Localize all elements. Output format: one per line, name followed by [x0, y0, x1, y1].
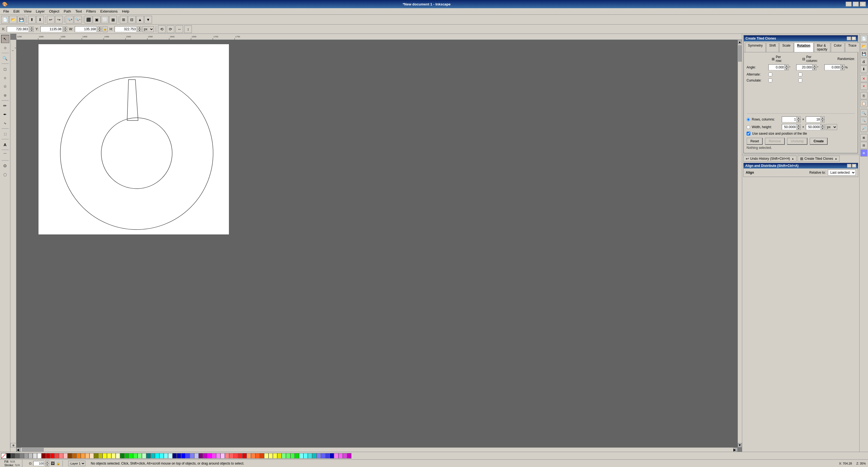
- scroll-down-btn[interactable]: ▼: [738, 443, 742, 447]
- tool-star[interactable]: ☆: [1, 82, 9, 91]
- palette-color[interactable]: [199, 453, 203, 459]
- scroll-left-btn[interactable]: ◀: [17, 448, 21, 452]
- palette-color[interactable]: [50, 453, 55, 459]
- palette-color[interactable]: [168, 453, 173, 459]
- transform-btn-4[interactable]: ↕: [184, 25, 192, 33]
- tab-blur-opacity[interactable]: Blur & opacity: [814, 42, 830, 52]
- close-button[interactable]: ✕: [860, 2, 866, 6]
- palette-color[interactable]: [220, 453, 225, 459]
- height-spin[interactable]: ▲ ▼: [821, 124, 825, 130]
- far-btn-a[interactable]: ⊞: [860, 134, 867, 141]
- far-redo-btn[interactable]: ✕: [860, 82, 867, 90]
- angle-random-up[interactable]: ▲: [841, 64, 844, 67]
- palette-color[interactable]: [347, 453, 351, 459]
- layer-selector[interactable]: -Layer 1: [68, 461, 85, 466]
- far-btn-b[interactable]: ⊟: [860, 142, 867, 149]
- unclump-button[interactable]: Unclump: [787, 138, 807, 145]
- angle-per-row-spin[interactable]: ▲ ▼: [785, 64, 788, 70]
- maximize-button[interactable]: □: [853, 2, 859, 6]
- palette-color[interactable]: [46, 453, 50, 459]
- palette-color[interactable]: [216, 453, 220, 459]
- far-zoom2-btn[interactable]: 🔎: [860, 125, 867, 132]
- tool-paint-bucket[interactable]: ⬚: [1, 130, 9, 138]
- ungroup-btn[interactable]: ⊟: [128, 16, 135, 24]
- y-up[interactable]: ▲: [63, 27, 67, 29]
- palette-color[interactable]: [15, 453, 20, 459]
- transform-btn-3[interactable]: ↔: [176, 25, 183, 33]
- tool-dropper[interactable]: ⊙: [1, 162, 9, 170]
- far-copy-btn[interactable]: ⎘: [860, 92, 867, 99]
- angle-per-row-dn[interactable]: ▼: [785, 67, 788, 70]
- no-color-swatch[interactable]: [1, 453, 6, 459]
- rows-up[interactable]: ▲: [797, 116, 801, 120]
- cols-up[interactable]: ▲: [821, 116, 825, 120]
- scroll-thumb-v[interactable]: [738, 45, 742, 62]
- align-center-btn[interactable]: ▣: [93, 16, 100, 24]
- width-height-radio[interactable]: [747, 125, 750, 129]
- reset-button[interactable]: Reset: [747, 138, 763, 145]
- palette-color[interactable]: [203, 453, 207, 459]
- palette-color[interactable]: [59, 453, 63, 459]
- rows-spin[interactable]: ▲ ▼: [797, 116, 801, 123]
- palette-color[interactable]: [111, 453, 116, 459]
- y-input[interactable]: [40, 26, 62, 32]
- palette-color[interactable]: [76, 453, 81, 459]
- angle-per-row-input[interactable]: [768, 64, 785, 70]
- w-up[interactable]: ▲: [98, 27, 101, 29]
- tool-select[interactable]: ↖: [1, 35, 9, 43]
- undo-history-dock[interactable]: ↩ Undo History (Shift+Ctrl+H) ▲: [743, 156, 797, 162]
- cols-spin[interactable]: ▲ ▼: [821, 116, 825, 123]
- h-spinbox[interactable]: ▲ ▼: [137, 27, 141, 32]
- tool-node[interactable]: ◇: [1, 44, 9, 52]
- menu-filters[interactable]: Filters: [84, 9, 98, 14]
- palette-color[interactable]: [159, 453, 164, 459]
- palette-color[interactable]: [325, 453, 330, 459]
- dialog-minimize-btn[interactable]: _: [847, 36, 851, 40]
- menu-text[interactable]: Text: [73, 9, 84, 14]
- h-input[interactable]: [115, 26, 136, 32]
- width-input[interactable]: [782, 124, 797, 130]
- menu-extensions[interactable]: Extensions: [98, 9, 120, 14]
- angle-random-dn[interactable]: ▼: [841, 67, 844, 70]
- palette-color[interactable]: [295, 453, 299, 459]
- opacity-input[interactable]: [33, 461, 44, 466]
- tool-spiral[interactable]: ◎: [1, 91, 9, 99]
- scroll-thumb-h[interactable]: [22, 448, 44, 452]
- tab-color[interactable]: Color: [831, 42, 845, 52]
- palette-color[interactable]: [55, 453, 59, 459]
- x-input[interactable]: [7, 26, 29, 32]
- menu-path[interactable]: Path: [61, 9, 73, 14]
- palette-color[interactable]: [24, 453, 28, 459]
- far-find-btn[interactable]: 🔍: [860, 109, 867, 116]
- palette-color[interactable]: [72, 453, 76, 459]
- w-spinbox[interactable]: ▲ ▼: [98, 27, 101, 32]
- cumulate-per-row-checkbox[interactable]: [768, 78, 772, 82]
- lock-btn[interactable]: 🔒: [102, 26, 107, 32]
- palette-color[interactable]: [338, 453, 343, 459]
- tab-trace[interactable]: Trace: [845, 42, 859, 52]
- w-input[interactable]: [75, 26, 97, 32]
- tab-shift[interactable]: Shift: [766, 42, 779, 52]
- tool-zoom[interactable]: 🔍: [1, 54, 9, 62]
- palette-color[interactable]: [6, 453, 11, 459]
- w-dn[interactable]: ▼: [98, 29, 101, 32]
- palette-color[interactable]: [321, 453, 325, 459]
- palette-color[interactable]: [181, 453, 186, 459]
- align-minimize-btn[interactable]: _: [847, 164, 851, 168]
- angle-random-input[interactable]: [824, 64, 841, 70]
- palette-color[interactable]: [264, 453, 269, 459]
- palette-color[interactable]: [299, 453, 304, 459]
- zoom-in-btn[interactable]: 🔍+: [66, 16, 73, 24]
- tab-symmetry[interactable]: Symmetry: [745, 42, 766, 52]
- palette-color[interactable]: [260, 453, 264, 459]
- height-up[interactable]: ▲: [821, 124, 825, 127]
- tab-rotation[interactable]: Rotation: [794, 42, 813, 52]
- height-input[interactable]: [806, 124, 821, 130]
- width-spin[interactable]: ▲ ▼: [797, 124, 801, 130]
- far-open-btn[interactable]: 📂: [860, 42, 867, 49]
- menu-view[interactable]: View: [22, 9, 34, 14]
- palette-color[interactable]: [273, 453, 277, 459]
- palette-color[interactable]: [81, 453, 85, 459]
- scroll-up-btn[interactable]: ▲: [738, 40, 742, 44]
- x-dn[interactable]: ▼: [30, 29, 34, 32]
